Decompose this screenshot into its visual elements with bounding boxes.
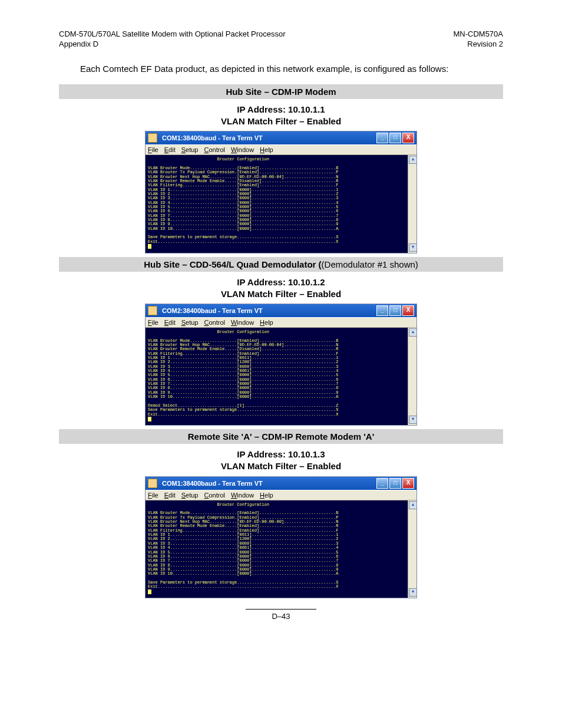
section-subheading: IP Address: 10.10.1.3VLAN Match Filter –…: [59, 449, 503, 473]
vlan-filter-line: VLAN Match Filter – Enabled: [59, 116, 503, 127]
cursor-icon: [148, 417, 151, 421]
terminal-body[interactable]: Brouter Configuration VLAN Brouter Mode.…: [146, 155, 416, 252]
scroll-up-button[interactable]: ▴: [409, 328, 417, 337]
section-subheading: IP Address: 10.10.1.2VLAN Match Filter –…: [59, 276, 503, 301]
minimize-button[interactable]: _: [376, 305, 388, 316]
menubar: FileEditSetupControlWindowHelp: [146, 144, 416, 155]
menu-file[interactable]: File: [148, 319, 158, 326]
minimize-button[interactable]: _: [376, 133, 388, 143]
vlan-filter-line: VLAN Match Filter – Enabled: [59, 288, 503, 300]
terminal-window: COM1:38400baud - Tera Term VT_□XFileEdit…: [145, 131, 417, 253]
menu-help[interactable]: Help: [260, 319, 273, 326]
ip-address-line: IP Address: 10.10.1.1: [59, 104, 503, 116]
header-docnum: MN-CDM570A: [453, 29, 503, 39]
section-heading: Remote Site 'A' – CDM-IP Remote Modem 'A…: [59, 429, 503, 444]
section-heading-suffix: (Demodulator #1 shown): [322, 259, 418, 269]
scrollbar[interactable]: ▴▾: [408, 155, 416, 252]
titlebar[interactable]: COM1:38400baud - Tera Term VT_□X: [146, 131, 416, 144]
section-subheading: IP Address: 10.10.1.1VLAN Match Filter –…: [59, 104, 503, 128]
menu-file[interactable]: File: [148, 492, 158, 499]
scrollbar[interactable]: ▴▾: [408, 328, 416, 425]
scrollbar[interactable]: ▴▾: [408, 500, 416, 598]
window-title: COM1:38400baud - Tera Term VT: [160, 480, 375, 487]
scroll-up-button[interactable]: ▴: [409, 156, 417, 164]
maximize-button[interactable]: □: [389, 133, 401, 143]
terminal-window: COM1:38400baud - Tera Term VT_□XFileEdit…: [145, 476, 417, 598]
ip-address-line: IP Address: 10.10.1.3: [59, 449, 503, 460]
section-heading-prefix: Hub Site – CDD-564/L Quad Demodulator (: [144, 259, 321, 269]
menubar: FileEditSetupControlWindowHelp: [146, 317, 416, 328]
titlebar[interactable]: COM2:38400baud - Tera Term VT_□X: [146, 304, 416, 317]
maximize-button[interactable]: □: [389, 478, 401, 489]
menu-control[interactable]: Control: [204, 492, 224, 499]
scroll-down-button[interactable]: ▾: [409, 243, 417, 252]
app-icon: [148, 306, 157, 315]
maximize-button[interactable]: □: [389, 305, 401, 316]
terminal-body[interactable]: Brouter Configuration VLAN Brouter Mode.…: [146, 500, 416, 598]
vlan-filter-line: VLAN Match Filter – Enabled: [59, 460, 503, 472]
close-button[interactable]: X: [402, 478, 414, 489]
minimize-button[interactable]: _: [376, 478, 388, 489]
cursor-icon: [148, 589, 151, 594]
menubar: FileEditSetupControlWindowHelp: [146, 490, 416, 500]
page-number: D–43: [246, 609, 316, 621]
menu-edit[interactable]: Edit: [164, 146, 176, 153]
terminal-window: COM2:38400baud - Tera Term VT_□XFileEdit…: [145, 304, 417, 426]
menu-edit[interactable]: Edit: [164, 319, 176, 326]
header-product: CDM-570L/570AL Satellite Modem with Opti…: [59, 29, 286, 39]
cursor-icon: [148, 244, 151, 249]
terminal-body[interactable]: Brouter Configuration VLAN Brouter Mode.…: [146, 328, 416, 425]
menu-setup[interactable]: Setup: [181, 319, 199, 326]
close-button[interactable]: X: [402, 305, 414, 316]
menu-control[interactable]: Control: [204, 146, 224, 153]
window-title: COM2:38400baud - Tera Term VT: [160, 307, 375, 314]
app-icon: [148, 479, 157, 488]
menu-control[interactable]: Control: [204, 319, 224, 326]
menu-edit[interactable]: Edit: [164, 492, 176, 499]
section-heading: Hub Site – CDM-IP Modem: [59, 84, 503, 99]
app-icon: [148, 133, 157, 143]
menu-window[interactable]: Window: [231, 319, 254, 326]
header-appendix: Appendix D: [59, 39, 286, 50]
menu-setup[interactable]: Setup: [181, 492, 199, 499]
menu-window[interactable]: Window: [231, 492, 254, 499]
scroll-up-button[interactable]: ▴: [409, 501, 417, 509]
scroll-down-button[interactable]: ▾: [409, 588, 417, 597]
ip-address-line: IP Address: 10.10.1.2: [59, 276, 503, 288]
menu-help[interactable]: Help: [260, 492, 273, 499]
scroll-down-button[interactable]: ▾: [409, 416, 417, 424]
menu-file[interactable]: File: [148, 146, 158, 153]
header-revision: Revision 2: [453, 39, 503, 50]
menu-setup[interactable]: Setup: [181, 146, 199, 153]
section-heading: Hub Site – CDD-564/L Quad Demodulator ((…: [59, 257, 503, 272]
intro-paragraph: Each Comtech EF Data product, as depicte…: [80, 64, 503, 74]
window-title: COM1:38400baud - Tera Term VT: [160, 134, 375, 141]
menu-window[interactable]: Window: [231, 146, 254, 153]
close-button[interactable]: X: [402, 133, 414, 143]
titlebar[interactable]: COM1:38400baud - Tera Term VT_□X: [146, 477, 416, 490]
menu-help[interactable]: Help: [260, 146, 273, 153]
